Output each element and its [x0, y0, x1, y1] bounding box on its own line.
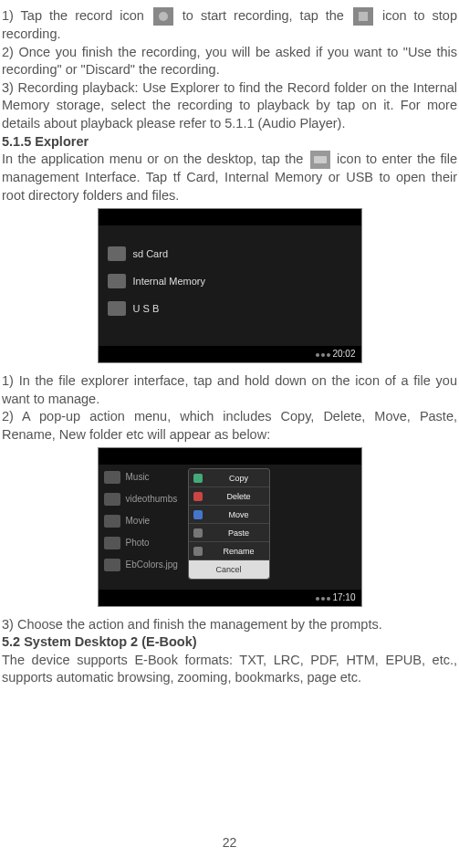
list-row: EbColors.jpg: [104, 554, 178, 576]
clock: 17:10: [332, 592, 355, 602]
figure-context-menu: Music videothumbs Movie Photo EbColors.j…: [98, 447, 362, 607]
context-menu: Copy Delete Move Paste Rename Cancel: [188, 468, 270, 580]
list-row: Movie: [104, 510, 151, 532]
para-explorer-intro: In the application menu or on the deskto…: [2, 151, 457, 204]
text: In the application menu or on the deskto…: [2, 152, 303, 166]
menu-paste: Paste: [189, 524, 269, 542]
list-row: Photo: [104, 532, 150, 554]
page-number: 22: [0, 834, 459, 852]
para-record-3: 3) Recording playback: Use Explorer to f…: [2, 79, 457, 133]
text: 1) Tap the record icon: [2, 8, 144, 23]
statusbar-bottom: 17:10: [99, 590, 361, 606]
heading-515: 5.1.5 Explorer: [2, 133, 457, 152]
text: to start recording, tap the: [183, 8, 344, 23]
menu-rename: Rename: [189, 542, 269, 560]
clock: 20:02: [332, 349, 355, 359]
statusbar-top: [99, 448, 361, 465]
list-row: Music: [104, 466, 150, 488]
figure-1-wrap: sd Card Internal Memory U S B 20:02: [2, 208, 457, 369]
menu-delete: Delete: [189, 487, 269, 506]
para-explorer-3: 3) Choose the action and finish the mana…: [2, 616, 457, 634]
list-row: videothumbs: [104, 488, 178, 510]
figure-explorer-root: sd Card Internal Memory U S B 20:02: [98, 208, 362, 363]
para-record-1: 1) Tap the record icon to start recordin…: [2, 7, 457, 44]
row-internal: Internal Memory: [108, 269, 205, 293]
para-record-2: 2) Once you finish the recording, you wi…: [2, 44, 457, 79]
menu-copy: Copy: [189, 469, 269, 487]
statusbar-top: [99, 209, 361, 225]
menu-move: Move: [189, 506, 269, 524]
para-explorer-1: 1) In the file explorer interface, tap a…: [2, 372, 457, 408]
stop-icon: [353, 7, 373, 26]
record-icon: [153, 7, 173, 26]
menu-cancel: Cancel: [189, 560, 269, 579]
para-ebook: The device supports E-Book formats: TXT,…: [2, 652, 457, 687]
statusbar-bottom: 20:02: [99, 346, 361, 362]
heading-52: 5.2 System Desktop 2 (E-Book): [2, 633, 457, 652]
row-usb: U S B: [108, 297, 160, 320]
row-sdcard: sd Card: [108, 242, 169, 266]
para-explorer-2: 2) A pop-up action menu, which includes …: [2, 408, 457, 444]
explorer-icon: [310, 151, 330, 169]
figure-2-wrap: Music videothumbs Movie Photo EbColors.j…: [2, 447, 457, 612]
